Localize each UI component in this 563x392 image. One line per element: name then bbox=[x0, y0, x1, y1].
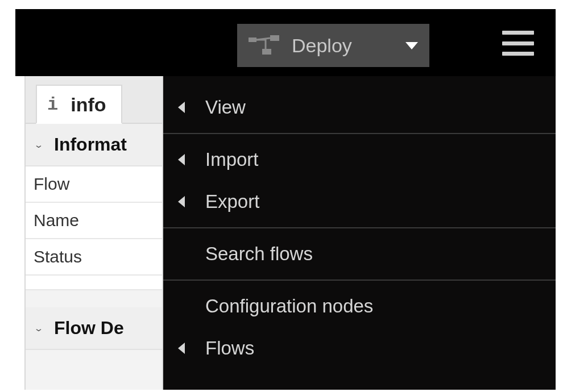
deploy-button-label: Deploy bbox=[292, 35, 395, 57]
submenu-arrow-icon bbox=[178, 102, 185, 113]
submenu-arrow-icon bbox=[178, 343, 185, 354]
chevron-down-icon: ⌄ bbox=[34, 323, 44, 333]
section-information-title: Informat bbox=[54, 134, 127, 155]
info-label-status: Status bbox=[34, 247, 82, 266]
menu-separator bbox=[163, 133, 556, 134]
menu-separator bbox=[163, 280, 556, 281]
sidebar-tab-strip: i info bbox=[26, 76, 162, 124]
tab-info-label: info bbox=[71, 94, 106, 116]
menu-item-flows[interactable]: Flows bbox=[163, 327, 556, 369]
info-sidebar: i info ⌄ Informat Flow Name Status ⌄ Flo… bbox=[24, 76, 163, 390]
deploy-button[interactable]: Deploy bbox=[237, 24, 429, 67]
tab-info[interactable]: i info bbox=[36, 85, 122, 124]
spacer-row bbox=[26, 276, 162, 290]
menu-item-label: Search flows bbox=[205, 243, 313, 265]
section-flow-description-title: Flow De bbox=[54, 318, 124, 339]
menu-item-label: Import bbox=[205, 149, 259, 170]
info-row-flow: Flow bbox=[26, 166, 162, 203]
main-menu-dropdown: View Import Export Search flows Configur… bbox=[163, 76, 556, 390]
menu-item-view[interactable]: View bbox=[163, 86, 556, 128]
caret-down-icon bbox=[405, 42, 418, 49]
header-bar: Deploy bbox=[15, 9, 556, 76]
info-label-flow: Flow bbox=[34, 174, 69, 193]
svg-rect-0 bbox=[249, 37, 256, 42]
menu-item-label: Configuration nodes bbox=[205, 295, 373, 317]
info-row-status: Status bbox=[26, 239, 162, 276]
chevron-down-icon: ⌄ bbox=[34, 139, 44, 149]
info-label-name: Name bbox=[34, 211, 79, 230]
section-flow-description[interactable]: ⌄ Flow De bbox=[26, 307, 162, 350]
menu-separator bbox=[163, 227, 556, 228]
menu-item-label: View bbox=[205, 97, 246, 118]
menu-item-search-flows[interactable]: Search flows bbox=[163, 233, 556, 275]
info-icon: i bbox=[47, 94, 58, 115]
submenu-arrow-icon bbox=[178, 196, 185, 207]
svg-rect-1 bbox=[270, 35, 279, 41]
info-row-name: Name bbox=[26, 203, 162, 239]
hamburger-menu-button[interactable] bbox=[502, 31, 534, 56]
section-information[interactable]: ⌄ Informat bbox=[26, 124, 162, 166]
submenu-arrow-icon bbox=[178, 154, 185, 165]
menu-item-import[interactable]: Import bbox=[163, 139, 556, 181]
menu-item-label: Flows bbox=[205, 337, 254, 359]
menu-item-configuration-nodes[interactable]: Configuration nodes bbox=[163, 285, 556, 327]
deploy-icon bbox=[249, 35, 280, 56]
menu-item-export[interactable]: Export bbox=[163, 181, 556, 223]
menu-item-label: Export bbox=[205, 191, 259, 212]
